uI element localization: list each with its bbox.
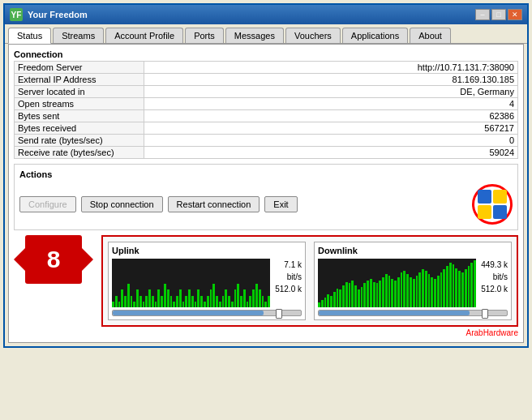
- graph-bar: [176, 296, 178, 307]
- minimize-button[interactable]: –: [475, 9, 490, 20]
- graphs-section: Uplink 7.1 k bit/s 512.0 k: [101, 235, 518, 327]
- uplink-slider-thumb: [276, 309, 282, 319]
- main-window: YF Your Freedom – □ ✕ Status Streams Acc…: [3, 3, 529, 348]
- graph-bar: [345, 282, 348, 307]
- graph-bar: [351, 281, 354, 307]
- graph-bar: [385, 274, 388, 307]
- graph-bar: [243, 289, 246, 307]
- graph-bar: [237, 284, 239, 307]
- graph-bar: [382, 277, 384, 307]
- downlink-canvas: [318, 259, 476, 307]
- graph-bar: [185, 296, 187, 307]
- graph-bar: [418, 272, 421, 307]
- graph-bar: [161, 296, 163, 307]
- graph-bar: [401, 272, 403, 307]
- graph-bar: [324, 298, 327, 307]
- graph-bar: [152, 296, 154, 307]
- tab-messages[interactable]: Messages: [225, 28, 284, 43]
- main-content: Connection Freedom Serverhttp://10.71.13…: [8, 44, 524, 343]
- tab-account-profile[interactable]: Account Profile: [105, 28, 183, 43]
- graph-bar: [318, 302, 320, 307]
- graph-bar: [470, 263, 473, 307]
- tab-vouchers[interactable]: Vouchers: [285, 28, 341, 43]
- graph-bar: [143, 302, 145, 307]
- graph-bar: [124, 296, 127, 307]
- watermark: ArabHardware: [14, 328, 518, 337]
- row-value: 0: [144, 135, 518, 147]
- graph-bar: [182, 302, 185, 307]
- downlink-slider[interactable]: [318, 310, 508, 316]
- row-value: 59024: [144, 147, 518, 159]
- graph-bar: [240, 296, 242, 307]
- uplink-value2: bit/s: [275, 271, 302, 283]
- maximize-button[interactable]: □: [491, 9, 506, 20]
- graph-bar: [391, 279, 393, 307]
- graph-bar: [468, 266, 470, 307]
- badge-area: 8: [14, 235, 93, 284]
- graph-bar: [397, 277, 400, 307]
- tray-icon-inner: [478, 190, 507, 219]
- graph-bar: [136, 289, 139, 307]
- downlink-graph-box: Downlink 449.3 k bit/s 512.0 k: [314, 242, 512, 320]
- tab-streams[interactable]: Streams: [53, 28, 104, 43]
- row-label: Bytes received: [15, 122, 144, 135]
- graph-bar: [118, 302, 121, 307]
- row-value: 4: [144, 98, 518, 110]
- graph-bar: [210, 289, 212, 307]
- uplink-canvas: [112, 259, 270, 307]
- row-label: Send rate (bytes/sec): [15, 135, 144, 147]
- graph-bar: [207, 296, 209, 307]
- graph-bar: [179, 289, 182, 307]
- close-button[interactable]: ✕: [508, 9, 522, 20]
- restart-connection-button[interactable]: Restart connection: [168, 196, 260, 212]
- graph-bar: [339, 289, 341, 307]
- window-controls: – □ ✕: [475, 9, 522, 20]
- downlink-value2: bit/s: [481, 271, 508, 283]
- tray-quad-3: [478, 205, 491, 219]
- graph-bar: [127, 284, 130, 307]
- graph-bar: [133, 302, 135, 307]
- graph-bar: [148, 289, 151, 307]
- tab-applications[interactable]: Applications: [342, 28, 408, 43]
- graph-bar: [225, 289, 227, 307]
- tab-status[interactable]: Status: [8, 28, 51, 44]
- row-value: 81.169.130.185: [144, 74, 518, 86]
- graph-bar: [131, 296, 133, 307]
- graph-bar: [342, 285, 345, 307]
- tab-about[interactable]: About: [410, 28, 451, 43]
- graph-bar: [195, 302, 197, 307]
- graph-bar: [361, 287, 363, 307]
- uplink-value3: 512.0 k: [275, 283, 302, 295]
- graph-bar: [474, 260, 476, 308]
- graph-bar: [212, 284, 215, 307]
- graph-bar: [173, 302, 175, 307]
- uplink-bars: [112, 259, 270, 307]
- downlink-content: 449.3 k bit/s 512.0 k: [318, 259, 508, 307]
- exit-button[interactable]: Exit: [264, 196, 297, 212]
- graph-bar: [363, 283, 366, 307]
- table-row: External IP Address81.169.130.185: [15, 74, 518, 86]
- graph-bar: [354, 285, 357, 307]
- downlink-slider-row: [318, 310, 508, 316]
- uplink-slider[interactable]: [112, 310, 302, 316]
- row-value: DE, Germany: [144, 86, 518, 98]
- actions-section: Actions Configure Stop connection Restar…: [14, 164, 518, 230]
- tab-ports[interactable]: Ports: [185, 28, 224, 43]
- graph-bar: [394, 281, 397, 307]
- stop-connection-button[interactable]: Stop connection: [81, 196, 163, 212]
- graph-bar: [255, 284, 258, 307]
- row-label: External IP Address: [15, 74, 144, 86]
- downlink-slider-thumb: [482, 309, 488, 319]
- graph-bar: [449, 263, 452, 307]
- graph-bar: [349, 283, 351, 307]
- downlink-title: Downlink: [318, 246, 508, 255]
- graph-bar: [370, 279, 372, 307]
- uplink-content: 7.1 k bit/s 512.0 k: [112, 259, 302, 307]
- graph-bar: [234, 289, 237, 307]
- graph-bar: [406, 274, 409, 307]
- graph-bar: [422, 269, 424, 307]
- row-value: 62386: [144, 110, 518, 122]
- table-row: Bytes received567217: [15, 122, 518, 135]
- graph-bar: [112, 302, 114, 307]
- configure-button[interactable]: Configure: [19, 196, 76, 212]
